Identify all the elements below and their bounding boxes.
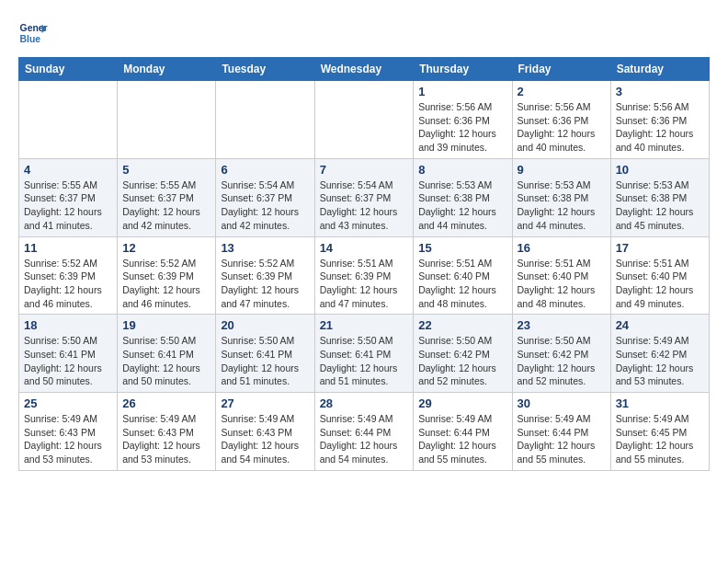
day-number: 18 <box>24 318 112 332</box>
day-number: 24 <box>616 318 704 332</box>
day-cell: 11Sunrise: 5:52 AM Sunset: 6:39 PM Dayli… <box>19 236 118 315</box>
day-number: 1 <box>418 85 506 98</box>
day-number: 17 <box>616 241 704 255</box>
day-number: 14 <box>320 241 409 255</box>
day-info: Sunrise: 5:50 AM Sunset: 6:41 PM Dayligh… <box>122 334 210 388</box>
week-row-2: 4Sunrise: 5:55 AM Sunset: 6:37 PM Daylig… <box>19 158 710 236</box>
day-cell: 10Sunrise: 5:53 AM Sunset: 6:38 PM Dayli… <box>610 158 709 236</box>
day-cell: 12Sunrise: 5:52 AM Sunset: 6:39 PM Dayli… <box>118 236 216 315</box>
day-info: Sunrise: 5:49 AM Sunset: 6:43 PM Dayligh… <box>122 412 210 466</box>
day-info: Sunrise: 5:52 AM Sunset: 6:39 PM Dayligh… <box>122 257 210 311</box>
day-number: 6 <box>221 163 309 177</box>
week-row-3: 11Sunrise: 5:52 AM Sunset: 6:39 PM Dayli… <box>19 236 710 315</box>
day-info: Sunrise: 5:51 AM Sunset: 6:40 PM Dayligh… <box>616 257 704 311</box>
day-cell: 5Sunrise: 5:55 AM Sunset: 6:37 PM Daylig… <box>118 158 216 236</box>
day-cell: 22Sunrise: 5:50 AM Sunset: 6:42 PM Dayli… <box>414 315 512 393</box>
calendar-table: SundayMondayTuesdayWednesdayThursdayFrid… <box>18 57 710 471</box>
day-number: 8 <box>418 163 506 177</box>
day-number: 12 <box>122 241 210 255</box>
day-number: 4 <box>24 163 112 177</box>
day-info: Sunrise: 5:55 AM Sunset: 6:37 PM Dayligh… <box>122 178 210 233</box>
day-cell: 20Sunrise: 5:50 AM Sunset: 6:41 PM Dayli… <box>216 315 314 393</box>
day-info: Sunrise: 5:51 AM Sunset: 6:40 PM Dayligh… <box>418 257 506 311</box>
day-info: Sunrise: 5:56 AM Sunset: 6:36 PM Dayligh… <box>616 100 704 155</box>
day-info: Sunrise: 5:56 AM Sunset: 6:36 PM Dayligh… <box>418 100 506 155</box>
day-info: Sunrise: 5:54 AM Sunset: 6:37 PM Dayligh… <box>221 178 309 233</box>
day-cell: 8Sunrise: 5:53 AM Sunset: 6:38 PM Daylig… <box>414 158 512 236</box>
day-number: 15 <box>418 241 506 255</box>
header-cell-sunday: Sunday <box>19 58 118 81</box>
day-number: 21 <box>320 318 409 332</box>
day-cell <box>216 81 314 159</box>
day-number: 29 <box>418 396 506 410</box>
header-cell-saturday: Saturday <box>610 58 709 81</box>
day-cell: 2Sunrise: 5:56 AM Sunset: 6:36 PM Daylig… <box>512 81 610 159</box>
day-info: Sunrise: 5:49 AM Sunset: 6:44 PM Dayligh… <box>320 412 409 466</box>
day-number: 9 <box>518 163 606 177</box>
day-number: 5 <box>122 163 210 177</box>
day-info: Sunrise: 5:55 AM Sunset: 6:37 PM Dayligh… <box>24 178 112 233</box>
day-info: Sunrise: 5:51 AM Sunset: 6:39 PM Dayligh… <box>320 257 409 311</box>
day-cell: 27Sunrise: 5:49 AM Sunset: 6:43 PM Dayli… <box>216 393 314 471</box>
day-cell: 19Sunrise: 5:50 AM Sunset: 6:41 PM Dayli… <box>118 315 216 393</box>
day-number: 20 <box>221 318 309 332</box>
day-number: 22 <box>418 318 506 332</box>
header-cell-monday: Monday <box>118 58 216 81</box>
day-info: Sunrise: 5:53 AM Sunset: 6:38 PM Dayligh… <box>616 178 704 233</box>
svg-text:Blue: Blue <box>20 34 41 44</box>
day-info: Sunrise: 5:49 AM Sunset: 6:43 PM Dayligh… <box>24 412 112 466</box>
header-cell-friday: Friday <box>512 58 610 81</box>
day-info: Sunrise: 5:50 AM Sunset: 6:42 PM Dayligh… <box>418 334 506 388</box>
day-cell: 28Sunrise: 5:49 AM Sunset: 6:44 PM Dayli… <box>314 393 414 471</box>
logo: General Blue <box>18 18 51 48</box>
week-row-4: 18Sunrise: 5:50 AM Sunset: 6:41 PM Dayli… <box>19 315 710 393</box>
day-info: Sunrise: 5:52 AM Sunset: 6:39 PM Dayligh… <box>221 257 309 311</box>
day-cell: 9Sunrise: 5:53 AM Sunset: 6:38 PM Daylig… <box>512 158 610 236</box>
day-cell <box>314 81 414 159</box>
day-info: Sunrise: 5:49 AM Sunset: 6:44 PM Dayligh… <box>518 412 606 466</box>
day-info: Sunrise: 5:53 AM Sunset: 6:38 PM Dayligh… <box>418 178 506 233</box>
day-number: 3 <box>616 85 704 98</box>
day-info: Sunrise: 5:53 AM Sunset: 6:38 PM Dayligh… <box>518 178 606 233</box>
day-cell: 31Sunrise: 5:49 AM Sunset: 6:45 PM Dayli… <box>610 393 709 471</box>
day-number: 27 <box>221 396 309 410</box>
logo-icon: General Blue <box>18 18 48 48</box>
day-cell: 25Sunrise: 5:49 AM Sunset: 6:43 PM Dayli… <box>19 393 118 471</box>
page-header: General Blue <box>18 18 710 48</box>
day-cell: 24Sunrise: 5:49 AM Sunset: 6:42 PM Dayli… <box>610 315 709 393</box>
day-info: Sunrise: 5:50 AM Sunset: 6:42 PM Dayligh… <box>518 334 606 388</box>
day-number: 19 <box>122 318 210 332</box>
day-number: 13 <box>221 241 309 255</box>
day-cell: 30Sunrise: 5:49 AM Sunset: 6:44 PM Dayli… <box>512 393 610 471</box>
day-number: 7 <box>320 163 409 177</box>
day-info: Sunrise: 5:54 AM Sunset: 6:37 PM Dayligh… <box>320 178 409 233</box>
day-info: Sunrise: 5:50 AM Sunset: 6:41 PM Dayligh… <box>320 334 409 388</box>
day-info: Sunrise: 5:52 AM Sunset: 6:39 PM Dayligh… <box>24 257 112 311</box>
day-info: Sunrise: 5:49 AM Sunset: 6:44 PM Dayligh… <box>418 412 506 466</box>
day-cell: 17Sunrise: 5:51 AM Sunset: 6:40 PM Dayli… <box>610 236 709 315</box>
day-cell: 23Sunrise: 5:50 AM Sunset: 6:42 PM Dayli… <box>512 315 610 393</box>
day-info: Sunrise: 5:50 AM Sunset: 6:41 PM Dayligh… <box>24 334 112 388</box>
day-number: 30 <box>518 396 606 410</box>
day-info: Sunrise: 5:49 AM Sunset: 6:42 PM Dayligh… <box>616 334 704 388</box>
day-number: 31 <box>616 396 704 410</box>
day-cell: 16Sunrise: 5:51 AM Sunset: 6:40 PM Dayli… <box>512 236 610 315</box>
calendar-body: 1Sunrise: 5:56 AM Sunset: 6:36 PM Daylig… <box>19 81 710 471</box>
day-info: Sunrise: 5:49 AM Sunset: 6:43 PM Dayligh… <box>221 412 309 466</box>
day-cell: 1Sunrise: 5:56 AM Sunset: 6:36 PM Daylig… <box>414 81 512 159</box>
day-cell: 4Sunrise: 5:55 AM Sunset: 6:37 PM Daylig… <box>19 158 118 236</box>
day-cell <box>19 81 118 159</box>
day-cell: 18Sunrise: 5:50 AM Sunset: 6:41 PM Dayli… <box>19 315 118 393</box>
day-cell <box>118 81 216 159</box>
day-number: 16 <box>518 241 606 255</box>
week-row-5: 25Sunrise: 5:49 AM Sunset: 6:43 PM Dayli… <box>19 393 710 471</box>
day-info: Sunrise: 5:51 AM Sunset: 6:40 PM Dayligh… <box>518 257 606 311</box>
header-cell-wednesday: Wednesday <box>314 58 414 81</box>
day-cell: 6Sunrise: 5:54 AM Sunset: 6:37 PM Daylig… <box>216 158 314 236</box>
header-cell-tuesday: Tuesday <box>216 58 314 81</box>
day-cell: 7Sunrise: 5:54 AM Sunset: 6:37 PM Daylig… <box>314 158 414 236</box>
day-cell: 26Sunrise: 5:49 AM Sunset: 6:43 PM Dayli… <box>118 393 216 471</box>
day-info: Sunrise: 5:49 AM Sunset: 6:45 PM Dayligh… <box>616 412 704 466</box>
week-row-1: 1Sunrise: 5:56 AM Sunset: 6:36 PM Daylig… <box>19 81 710 159</box>
day-cell: 21Sunrise: 5:50 AM Sunset: 6:41 PM Dayli… <box>314 315 414 393</box>
